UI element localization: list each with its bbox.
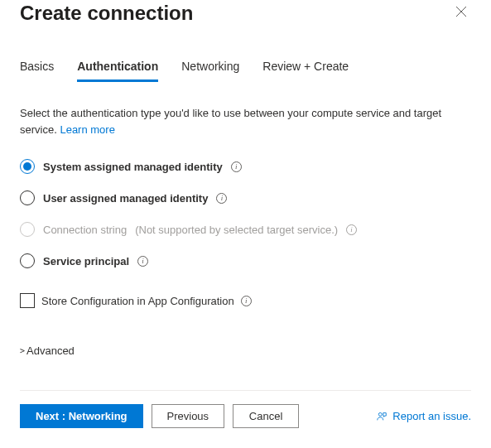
svg-point-2 (379, 412, 383, 416)
radio-connection-string (20, 222, 35, 237)
label-connection-string: Connection string (43, 224, 127, 236)
label-store-config: Store Configuration in App Configuration (41, 295, 234, 307)
close-icon (455, 6, 467, 17)
radio-user-identity[interactable] (20, 190, 35, 205)
tab-basics[interactable]: Basics (20, 60, 54, 82)
close-button[interactable] (451, 2, 471, 22)
tab-networking[interactable]: Networking (181, 60, 239, 82)
info-icon[interactable]: i (137, 256, 148, 267)
radio-system-identity[interactable] (20, 159, 35, 174)
advanced-label: Advanced (26, 344, 75, 357)
page-title: Create connection (20, 2, 193, 25)
cancel-button[interactable]: Cancel (233, 404, 299, 428)
label-service-principal: Service principal (43, 255, 129, 267)
info-icon[interactable]: i (346, 224, 357, 235)
tab-authentication[interactable]: Authentication (77, 60, 158, 82)
advanced-toggle[interactable]: > Advanced (20, 344, 471, 357)
label-system-identity: System assigned managed identity (43, 161, 223, 173)
label-user-identity: User assigned managed identity (43, 192, 208, 205)
auth-options: System assigned managed identity i User … (20, 159, 471, 285)
info-icon[interactable]: i (216, 193, 227, 204)
feedback-icon (376, 411, 388, 422)
info-icon[interactable]: i (231, 161, 242, 172)
previous-button[interactable]: Previous (152, 404, 225, 428)
report-issue-text: Report an issue. (392, 410, 471, 422)
connection-string-note: (Not supported by selected target servic… (135, 224, 338, 236)
radio-service-principal[interactable] (20, 253, 35, 268)
chevron-right-icon: > (20, 346, 25, 355)
footer-bar: Next : Networking Previous Cancel Report… (20, 390, 471, 448)
tab-review-create[interactable]: Review + Create (262, 60, 349, 82)
checkbox-store-config[interactable] (20, 293, 35, 308)
info-icon[interactable]: i (241, 296, 252, 306)
tab-bar: Basics Authentication Networking Review … (20, 60, 471, 82)
report-issue-link[interactable]: Report an issue. (376, 410, 471, 422)
next-button[interactable]: Next : Networking (20, 404, 143, 428)
learn-more-link[interactable]: Learn more (60, 123, 114, 136)
description-text: Select the authentication type you'd lik… (20, 105, 471, 137)
